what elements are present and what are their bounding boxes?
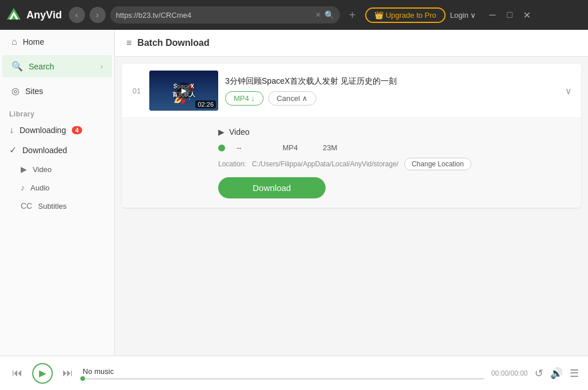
player-bar: ⏮ ▶ ⏭ No music 00:00/00:00 ↺ 🔊 ☰ [0, 356, 588, 390]
player-volume-button[interactable]: 🔊 [550, 367, 563, 380]
sidebar-item-sites[interactable]: ◎ Sites [2, 80, 112, 102]
change-location-label: Change Location [412, 160, 464, 168]
app-name: AnyVid [26, 9, 62, 21]
player-prev-button[interactable]: ⏮ [9, 365, 25, 381]
player-progress-bar[interactable] [83, 378, 485, 380]
player-progress-dot [80, 376, 85, 381]
video-actions: MP4 ↓ Cancel ∧ [225, 91, 558, 106]
maximize-button[interactable]: □ [502, 7, 517, 22]
page-title: Batch Download [137, 38, 209, 48]
sites-icon: ◎ [11, 85, 20, 96]
login-label: Login [450, 11, 469, 20]
cancel-button[interactable]: Cancel ∧ [268, 91, 316, 106]
window-controls: ─ □ ✕ [485, 7, 535, 22]
sidebar-item-downloaded[interactable]: ✓ Downloaded [0, 140, 114, 160]
video-type-icon: ▶ [218, 127, 225, 136]
search-label: Search [29, 62, 54, 71]
logo-area: AnyVid [5, 6, 62, 24]
location-row: Location: C:/Users/Filippa/AppData/Local… [218, 158, 570, 170]
video-card: 01 🚀 SpaceX首次载人 ▶ 02:26 [122, 64, 581, 208]
address-bar: https://b23.tv/CRCme4 ✕ 🔍 [110, 6, 340, 24]
subtitles-label: Subtitles [38, 202, 67, 210]
change-location-button[interactable]: Change Location [404, 158, 471, 170]
location-label: Location: [218, 160, 246, 168]
player-queue-button[interactable]: ☰ [570, 367, 579, 380]
titlebar: AnyVid ‹ › https://b23.tv/CRCme4 ✕ 🔍 + 👑… [0, 0, 588, 30]
downloading-badge: 4 [72, 126, 82, 134]
player-info: No music [83, 367, 485, 380]
url-text: https://b23.tv/CRCme4 [116, 11, 312, 20]
option-name: -- [237, 143, 271, 152]
subtitles-icon: CC [21, 201, 32, 210]
minimize-button[interactable]: ─ [485, 7, 500, 22]
upgrade-label: Upgrade to Pro [386, 11, 436, 20]
options-row: -- MP4 23M [218, 143, 570, 152]
login-chevron-icon: ∨ [470, 11, 476, 20]
collapse-icon[interactable]: ∨ [565, 85, 572, 96]
mp4-label: MP4 ↓ [234, 94, 255, 103]
player-play-button[interactable]: ▶ [32, 363, 53, 384]
player-repeat-button[interactable]: ↺ [535, 367, 543, 380]
video-label: Video [33, 165, 52, 174]
location-path: C:/Users/Filippa/AppData/Local/AnyVid/st… [252, 160, 399, 168]
downloaded-label: Downloaded [22, 146, 67, 155]
thumbnail-duration: 02:26 [195, 100, 216, 108]
downloading-label: Downloading [20, 126, 66, 135]
audio-label: Audio [30, 184, 49, 192]
player-next-button[interactable]: ⏭ [60, 365, 76, 381]
sidebar-item-downloading[interactable]: ↓ Downloading 4 [0, 120, 114, 140]
crown-icon: 👑 [374, 11, 384, 20]
options-label: Video [229, 127, 250, 136]
library-header: Library [0, 103, 114, 120]
option-format: MP4 [283, 143, 311, 152]
sidebar-item-subtitles[interactable]: CC Subtitles [0, 197, 114, 215]
home-icon: ⌂ [11, 37, 17, 47]
close-tab-button[interactable]: ✕ [315, 11, 321, 19]
content-body: 01 🚀 SpaceX首次载人 ▶ 02:26 [115, 57, 588, 356]
downloaded-icon: ✓ [9, 145, 17, 155]
video-card-header: 01 🚀 SpaceX首次载人 ▶ 02:26 [122, 64, 581, 118]
nav-forward-button[interactable]: › [90, 7, 106, 23]
mp4-button[interactable]: MP4 ↓ [225, 91, 264, 106]
header-list-icon: ≡ [126, 38, 131, 48]
new-tab-button[interactable]: + [345, 7, 361, 23]
player-controls-right: ↺ 🔊 ☰ [535, 367, 579, 380]
sites-label: Sites [25, 87, 43, 96]
upgrade-button[interactable]: 👑 Upgrade to Pro [365, 7, 446, 23]
nav-back-button[interactable]: ‹ [69, 7, 85, 23]
download-options-panel: ▶ Video -- MP4 23M Location: C:/Users/Fi… [122, 118, 581, 208]
radio-selected-icon[interactable] [218, 145, 225, 151]
download-button[interactable]: Download [218, 177, 326, 198]
options-header: ▶ Video [218, 127, 570, 136]
sidebar-item-home[interactable]: ⌂ Home [2, 31, 112, 53]
sidebar-item-audio[interactable]: ♪ Audio [0, 178, 114, 197]
search-icon[interactable]: 🔍 [324, 10, 334, 20]
search-icon: 🔍 [11, 61, 23, 72]
player-song-name: No music [83, 367, 485, 376]
player-time: 00:00/00:00 [492, 369, 528, 377]
option-size: 23M [323, 143, 337, 152]
download-icon: ↓ [9, 125, 14, 135]
sidebar-item-video[interactable]: ▶ Video [0, 160, 114, 178]
home-label: Home [23, 37, 44, 46]
sidebar-item-search[interactable]: 🔍 Search › [2, 55, 112, 77]
content-area: ≡ Batch Download 01 🚀 SpaceX首次载人 [115, 30, 588, 356]
close-button[interactable]: ✕ [520, 7, 535, 22]
download-label: Download [253, 183, 291, 193]
play-overlay-icon: ▶ [176, 83, 192, 99]
video-info: 3分钟回顾SpaceX首次载人发射 见证历史的一刻 MP4 ↓ Cancel ∧ [225, 76, 558, 106]
content-header: ≡ Batch Download [115, 30, 588, 57]
cancel-label: Cancel ∧ [277, 94, 308, 103]
logo-icon [5, 6, 23, 24]
video-icon: ▶ [21, 165, 27, 174]
audio-icon: ♪ [21, 183, 25, 192]
video-title: 3分钟回顾SpaceX首次载人发射 见证历史的一刻 [225, 76, 558, 87]
sidebar: ⌂ Home 🔍 Search › ◎ Sites Library ↓ Down… [0, 30, 115, 356]
login-button[interactable]: Login ∨ [450, 11, 476, 20]
video-index: 01 [131, 87, 142, 95]
video-thumbnail: 🚀 SpaceX首次载人 ▶ 02:26 [149, 71, 218, 111]
main-layout: ⌂ Home 🔍 Search › ◎ Sites Library ↓ Down… [0, 30, 588, 356]
search-arrow-icon: › [100, 63, 103, 71]
